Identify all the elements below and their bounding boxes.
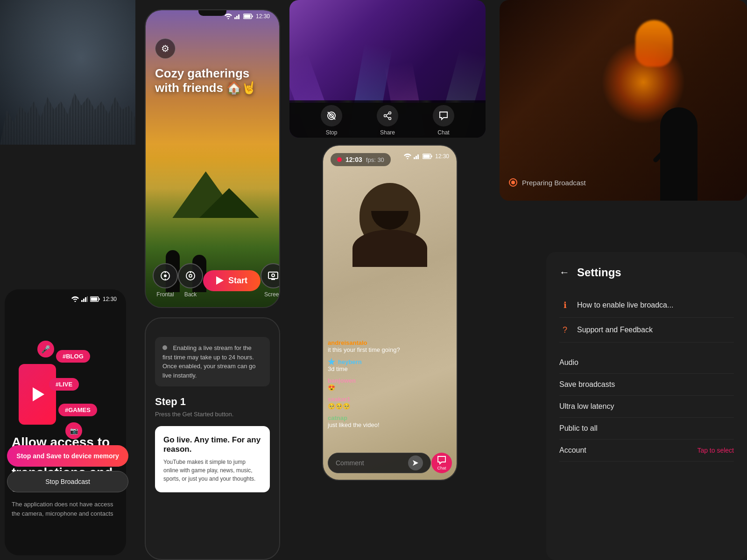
top-right-area: Preparing Broadcast (500, 0, 747, 201)
settings-item-latency[interactable]: Ultra low latency (559, 396, 734, 418)
settings-item-support[interactable]: ? Support and Feedback (559, 318, 734, 343)
crowd-overlay (0, 0, 135, 145)
comment-input-bar[interactable]: Comment (328, 453, 431, 473)
chat-label: Chat (437, 129, 449, 136)
frontal-icon (153, 263, 178, 288)
settings-item-audio[interactable]: Audio (559, 352, 734, 374)
time-display-2: 12:30 (256, 13, 270, 20)
svg-rect-37 (423, 155, 430, 158)
hashtag-games[interactable]: #GAMES (58, 404, 97, 416)
stream-title: Cozy gatherings with friends 🏠🤘 (155, 66, 270, 95)
live-indicator: 12:03 fps: 30 (331, 153, 391, 166)
step-sub: Press the Get Started button. (155, 411, 270, 418)
username-5: catnap (328, 414, 452, 421)
top-concert-area: Stop Share (289, 0, 486, 138)
start-button[interactable]: Start (203, 270, 261, 291)
stop-broadcast-button[interactable]: Stop Broadcast (7, 471, 128, 492)
chat-text-3: 😍 (328, 384, 452, 391)
battery-icon-2 (243, 14, 254, 19)
save-label: Save broadcasts (559, 380, 615, 388)
svg-rect-9 (236, 16, 238, 19)
stop-icon (321, 105, 342, 126)
chat-text-4: 🥺🥺🥺 (328, 403, 452, 410)
phone-red-icon (19, 364, 56, 425)
go-live-title: Go live. Any time. For any reason. (163, 435, 261, 454)
share-label: Share (380, 129, 395, 136)
live-fps: fps: 30 (366, 156, 384, 163)
svg-rect-35 (417, 154, 419, 159)
chat-bottom-icon[interactable]: Chat (431, 453, 452, 473)
chat-message-5: catnap just liked the video! (328, 414, 452, 428)
settings-item-how-to[interactable]: ℹ How to enable live broadca... (559, 293, 734, 318)
svg-point-28 (384, 114, 387, 117)
svg-rect-33 (414, 157, 415, 159)
svg-rect-34 (416, 156, 417, 159)
action-bar: Stop Share (289, 103, 486, 138)
support-label: Support and Feedback (577, 326, 734, 334)
action-share[interactable]: Share (377, 105, 398, 136)
share-icon (377, 105, 398, 126)
preparing-text: Preparing Broadcast (522, 179, 586, 187)
go-live-desc: YouTube makes it simple to jump online w… (163, 458, 261, 483)
screen-label: Screen (264, 291, 280, 298)
setup-info-text: Enabling a live stream for the first tim… (162, 344, 255, 379)
time-display: 12:30 (103, 296, 117, 302)
username-2: heybern (328, 358, 452, 365)
svg-point-7 (227, 18, 229, 20)
start-label: Start (228, 276, 247, 286)
gear-button[interactable]: ⚙ (155, 38, 176, 59)
stop-save-button[interactable]: Stop and Save to device memory (7, 445, 128, 467)
concert-image: Stop Share (289, 0, 486, 138)
mountain-silhouette (146, 162, 279, 218)
camera-option-frontal[interactable]: Frontal (153, 263, 178, 298)
hashtag-live[interactable]: #LIVE (49, 378, 79, 391)
live-stream-phone: 12:03 fps: 30 12:30 (322, 145, 458, 481)
svg-point-14 (164, 274, 167, 277)
settings-divider (559, 343, 734, 352)
settings-item-public[interactable]: Public to all (559, 418, 734, 440)
settings-item-account[interactable]: Account Tap to select (559, 440, 734, 462)
svg-point-18 (189, 274, 192, 277)
chat-message-2: heybern 3d time (328, 358, 452, 372)
chat-message-1: andreisantalo it this your first time go… (328, 339, 452, 353)
username-3: banjowen (328, 377, 452, 384)
action-chat[interactable]: Chat (433, 105, 454, 136)
left-phone-status-bar: 12:30 (71, 296, 117, 302)
comment-placeholder: Comment (336, 459, 408, 467)
how-to-label: How to enable live broadca... (577, 301, 734, 309)
person-silhouette (660, 107, 698, 201)
action-stop[interactable]: Stop (321, 105, 342, 136)
live-dot (337, 157, 342, 162)
send-button[interactable] (408, 455, 423, 470)
back-button[interactable]: ← (559, 266, 570, 279)
latency-label: Ultra low latency (559, 402, 614, 410)
wifi-icon (71, 296, 79, 302)
face-silhouette (343, 183, 437, 314)
live-phone-status: 12:30 (404, 153, 449, 160)
left-phone-screen: 12:30 🎤 👥 #BLOG #LIVE #GAMES (5, 289, 126, 555)
svg-point-32 (407, 158, 408, 160)
camera-option-screen[interactable]: Screen (261, 263, 280, 298)
hashtag-blog[interactable]: #BLOG (56, 350, 90, 363)
settings-header: ← Settings (559, 266, 734, 279)
center-main-phone: 12:30 ⚙ Cozy gatherings with friends 🏠🤘 (145, 9, 280, 308)
lantern-image: Preparing Broadcast (500, 0, 747, 201)
settings-item-save[interactable]: Save broadcasts (559, 374, 734, 396)
mic-bubble[interactable]: 🎤 (37, 341, 54, 357)
stop-label: Stop (326, 129, 338, 136)
play-icon (33, 387, 44, 401)
left-bottom-phone: 12:30 🎤 👥 #BLOG #LIVE #GAMES (0, 280, 135, 560)
audio-label: Audio (559, 358, 578, 366)
settings-body: ← Settings ℹ How to enable live broadca.… (546, 252, 747, 560)
account-label: Account (559, 446, 691, 455)
svg-line-30 (386, 113, 388, 115)
chat-text-1: it this your first time going? (328, 346, 452, 353)
svg-rect-20 (268, 272, 278, 279)
camera-option-back[interactable]: Back (178, 263, 203, 298)
wifi-icon-2 (225, 14, 232, 19)
preparing-dot-inner (511, 181, 515, 184)
wifi-icon-3 (404, 154, 411, 159)
username-4: ssakar1 (328, 396, 452, 403)
screen-icon (261, 263, 280, 288)
chat-text-2: 3d time (328, 365, 452, 372)
